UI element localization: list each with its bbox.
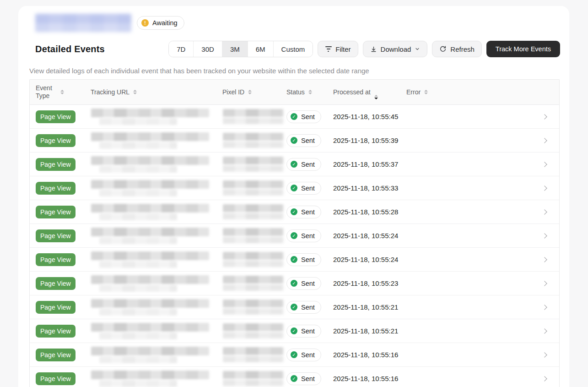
table-row[interactable]: Page View✓Sent2025-11-18, 10:55:21 <box>30 295 559 319</box>
redacted-tracking-url <box>91 371 209 379</box>
event-type-badge: Page View <box>36 372 76 385</box>
redacted-tracking-url <box>91 180 209 189</box>
redacted-pixel-id-line2 <box>223 356 284 362</box>
status-cell: ✓Sent <box>281 372 327 385</box>
status-label: Sent <box>301 375 315 382</box>
chevron-right-icon[interactable] <box>542 209 547 214</box>
chevron-right-icon[interactable] <box>542 138 547 143</box>
processed-at-value: 2025-11-18, 10:55:16 <box>333 375 398 382</box>
range-button-6m[interactable]: 6M <box>248 41 274 57</box>
table-row[interactable]: Page View✓Sent2025-11-18, 10:55:24 <box>30 248 559 272</box>
event-type-cell: Page View <box>30 158 85 171</box>
redacted-tracking-url <box>91 109 209 117</box>
event-type-badge: Page View <box>36 206 76 218</box>
pixel-id-cell <box>216 133 281 148</box>
chevron-right-icon[interactable] <box>542 233 547 238</box>
redacted-tracking-url-line2 <box>99 237 177 244</box>
sort-icon[interactable] <box>308 90 312 94</box>
pixel-id-cell <box>216 180 281 196</box>
redacted-pixel-id <box>223 300 284 307</box>
chevron-right-icon[interactable] <box>542 162 547 167</box>
status-cell: ✓Sent <box>281 110 327 123</box>
check-circle-icon: ✓ <box>291 351 297 358</box>
redacted-pixel-id <box>223 252 284 260</box>
status-label: Sent <box>301 256 315 263</box>
processed-at-cell: 2025-11-18, 10:55:33 <box>327 184 400 192</box>
download-button[interactable]: Download <box>363 41 428 57</box>
range-button-7d[interactable]: 7D <box>169 41 194 57</box>
tracking-url-cell <box>85 275 216 292</box>
column-label: Status <box>286 88 305 96</box>
status-pill: ✓Sent <box>286 134 321 147</box>
toolbar-controls: 7D30D3M6MCustom Filter Download Refresh … <box>168 41 560 57</box>
warning-icon: ! <box>141 19 149 27</box>
chevron-right-icon[interactable] <box>542 281 547 286</box>
status-cell: ✓Sent <box>281 325 327 338</box>
check-circle-icon: ✓ <box>291 256 297 263</box>
table-row[interactable]: Page View✓Sent2025-11-18, 10:55:24 <box>30 224 559 248</box>
redacted-pixel-id <box>223 109 284 117</box>
download-button-label: Download <box>381 45 411 53</box>
chevron-right-icon[interactable] <box>542 352 547 357</box>
table-body: Page View✓Sent2025-11-18, 10:55:45Page V… <box>30 105 559 387</box>
chevron-right-icon[interactable] <box>542 114 547 119</box>
status-pill: ✓Sent <box>286 372 321 385</box>
event-type-cell: Page View <box>30 134 85 147</box>
table-row[interactable]: Page View✓Sent2025-11-18, 10:55:37 <box>30 153 559 176</box>
chevron-right-icon[interactable] <box>542 305 547 310</box>
event-type-badge: Page View <box>36 134 76 147</box>
event-type-cell: Page View <box>30 253 85 266</box>
table-row[interactable]: Page View✓Sent2025-11-18, 10:55:45 <box>30 105 559 129</box>
status-pill: ✓Sent <box>286 158 321 171</box>
status-badge: ! Awaiting <box>137 16 184 30</box>
redacted-tracking-url-line2 <box>99 285 177 292</box>
processed-at-value: 2025-11-18, 10:55:33 <box>333 184 398 192</box>
filter-button[interactable]: Filter <box>318 41 358 57</box>
processed-at-cell: 2025-11-18, 10:55:24 <box>327 232 400 240</box>
check-circle-icon: ✓ <box>291 208 297 215</box>
event-type-cell: Page View <box>30 229 85 242</box>
column-label: Tracking URL <box>91 88 129 96</box>
refresh-button[interactable]: Refresh <box>432 41 482 57</box>
redacted-pixel-id <box>223 228 284 236</box>
sort-icon[interactable] <box>374 95 378 99</box>
status-label: Sent <box>301 185 315 192</box>
table-row[interactable]: Page View✓Sent2025-11-18, 10:55:33 <box>30 176 559 200</box>
sort-icon[interactable] <box>424 90 428 94</box>
row-actions-cell <box>458 258 559 262</box>
track-more-events-button[interactable]: Track More Events <box>486 41 560 57</box>
redacted-tracking-url-line2 <box>99 190 177 196</box>
range-button-custom[interactable]: Custom <box>274 41 313 57</box>
table-row[interactable]: Page View✓Sent2025-11-18, 10:55:39 <box>30 129 559 153</box>
redacted-pixel-id <box>223 180 284 188</box>
redacted-tracking-url-line2 <box>99 261 177 268</box>
table-row[interactable]: Page View✓Sent2025-11-18, 10:55:21 <box>30 319 559 343</box>
redacted-pixel-id-line2 <box>223 189 284 196</box>
sort-icon[interactable] <box>248 90 252 94</box>
redacted-pixel-id-line2 <box>223 380 284 386</box>
table-row[interactable]: Page View✓Sent2025-11-18, 10:55:23 <box>30 272 559 295</box>
refresh-icon <box>439 45 447 53</box>
table-row[interactable]: Page View✓Sent2025-11-18, 10:55:16 <box>30 343 559 367</box>
processed-at-cell: 2025-11-18, 10:55:16 <box>327 375 400 382</box>
status-pill: ✓Sent <box>286 253 321 266</box>
row-actions-cell <box>458 115 559 119</box>
chevron-right-icon[interactable] <box>542 185 547 191</box>
pixel-id-cell <box>216 228 281 243</box>
column-header-status: Status <box>281 80 327 104</box>
column-header-processed-at: Processed at <box>327 80 400 104</box>
event-type-cell: Page View <box>30 349 85 361</box>
sort-icon[interactable] <box>133 90 137 94</box>
sort-icon[interactable] <box>60 90 64 94</box>
column-header-tracking-url: Tracking URL <box>85 80 216 104</box>
processed-at-cell: 2025-11-18, 10:55:37 <box>327 160 400 168</box>
chevron-right-icon[interactable] <box>542 328 547 333</box>
range-button-30d[interactable]: 30D <box>194 41 222 57</box>
chevron-right-icon[interactable] <box>542 257 547 262</box>
range-button-3m[interactable]: 3M <box>222 41 248 57</box>
column-label: Processed at <box>333 88 371 96</box>
table-row[interactable]: Page View✓Sent2025-11-18, 10:55:16 <box>30 367 559 387</box>
chevron-right-icon[interactable] <box>542 376 547 381</box>
table-row[interactable]: Page View✓Sent2025-11-18, 10:55:28 <box>30 200 559 224</box>
status-cell: ✓Sent <box>281 134 327 147</box>
